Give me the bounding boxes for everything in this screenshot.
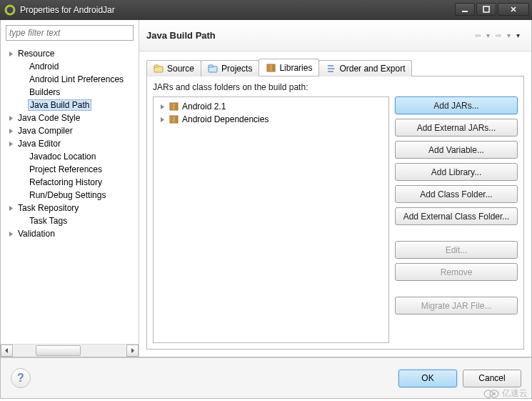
ok-button[interactable]: OK	[398, 370, 457, 387]
tree-item-java-code-style[interactable]: Java Code Style	[1, 112, 139, 124]
expand-icon[interactable]	[158, 115, 166, 124]
expand-icon[interactable]	[6, 204, 15, 212]
tab-icon	[208, 64, 218, 74]
nav-back-menu-icon[interactable]: ▾	[485, 31, 491, 39]
minimize-button[interactable]	[455, 3, 475, 16]
tree-item-run-debug-settings[interactable]: Run/Debug Settings	[1, 189, 139, 202]
build-path-tabs: SourceProjectsLibrariesOrder and Export	[146, 59, 524, 76]
scroll-left-button[interactable]	[1, 345, 13, 357]
tree-item-project-references[interactable]: Project References	[1, 163, 139, 176]
tree-item-label: Android Lint Preferences	[28, 74, 125, 85]
jar-list[interactable]: Android 2.1Android Dependencies	[153, 96, 389, 343]
preferences-tree[interactable]: ResourceAndroidAndroid Lint PreferencesB…	[1, 46, 139, 344]
tree-item-javadoc-location[interactable]: Javadoc Location	[1, 150, 139, 163]
nav-forward-icon[interactable]: ⇨	[494, 31, 503, 39]
library-buttons: Add JARs...Add External JARs...Add Varia…	[395, 96, 518, 343]
add-class-folder-button[interactable]: Add Class Folder...	[395, 185, 518, 203]
jar-entry[interactable]: Android 2.1	[155, 100, 387, 113]
add-external-class-folder-button[interactable]: Add External Class Folder...	[395, 207, 518, 225]
svg-point-1	[9, 9, 12, 12]
tree-item-label: Run/Debug Settings	[28, 189, 107, 201]
tree-item-label: Task Repository	[16, 202, 80, 214]
add-library-button[interactable]: Add Library...	[395, 163, 518, 181]
filter-input[interactable]	[6, 25, 134, 41]
jars-caption: JARs and class folders on the build path…	[153, 82, 518, 92]
library-icon	[168, 114, 179, 124]
sidebar: ResourceAndroidAndroid Lint PreferencesB…	[1, 20, 139, 357]
tree-item-refactoring-history[interactable]: Refactoring History	[1, 176, 139, 189]
tab-source[interactable]: Source	[146, 60, 201, 76]
tree-item-label: Java Editor	[16, 138, 62, 149]
tree-item-java-editor[interactable]: Java Editor	[1, 137, 139, 150]
nav-forward-menu-icon[interactable]: ▾	[506, 31, 512, 39]
tree-item-java-build-path[interactable]: Java Build Path	[1, 99, 139, 112]
remove-button: Remove	[395, 263, 518, 281]
library-icon	[168, 102, 179, 112]
tree-item-builders[interactable]: Builders	[1, 86, 139, 99]
tab-icon	[154, 64, 164, 74]
eclipse-icon	[4, 4, 16, 16]
svg-rect-3	[483, 6, 489, 12]
tree-item-label: Resource	[16, 48, 56, 59]
jar-entry-label: Android Dependencies	[182, 114, 268, 124]
tree-item-label: Refactoring History	[28, 177, 104, 188]
svg-rect-2	[462, 11, 468, 12]
tree-item-label: Android	[28, 61, 60, 72]
tree-item-label: Java Code Style	[16, 112, 81, 124]
edit-button: Edit...	[395, 241, 518, 259]
tree-item-label: Java Build Path	[28, 99, 91, 111]
tab-icon	[326, 64, 336, 74]
dialog-footer: ? OK Cancel	[0, 357, 532, 399]
jar-entry[interactable]: Android Dependencies	[155, 113, 387, 126]
tree-item-android[interactable]: Android	[1, 60, 139, 73]
nav-back-icon[interactable]: ⇦	[473, 31, 482, 39]
tab-label: Source	[167, 64, 194, 74]
tree-item-label: Builders	[28, 86, 61, 98]
expand-icon[interactable]	[6, 127, 15, 135]
tab-label: Order and Export	[339, 64, 405, 74]
maximize-button[interactable]	[476, 3, 496, 16]
add-external-jars-button[interactable]: Add External JARs...	[395, 119, 518, 137]
tab-libraries[interactable]: Libraries	[259, 59, 319, 76]
tree-item-label: Project References	[28, 164, 104, 175]
tree-item-android-lint-preferences[interactable]: Android Lint Preferences	[1, 73, 139, 86]
tree-item-task-tags[interactable]: Task Tags	[1, 214, 139, 227]
add-variable-button[interactable]: Add Variable...	[395, 141, 518, 159]
help-button[interactable]: ?	[11, 368, 31, 388]
tree-item-label: Javadoc Location	[28, 151, 97, 162]
tree-item-resource[interactable]: Resource	[1, 47, 139, 60]
page-title: Java Build Path	[146, 30, 473, 41]
tab-projects[interactable]: Projects	[201, 60, 259, 76]
tab-order-and-export[interactable]: Order and Export	[318, 60, 412, 76]
tree-item-label: Validation	[16, 228, 56, 239]
expand-icon[interactable]	[6, 139, 15, 148]
expand-icon[interactable]	[158, 102, 166, 111]
close-button[interactable]	[498, 3, 529, 16]
cancel-button[interactable]: Cancel	[463, 370, 521, 387]
page-header: Java Build Path ⇦▾ ⇨▾ ▾	[139, 20, 531, 51]
jar-entry-label: Android 2.1	[182, 102, 226, 112]
tree-item-java-compiler[interactable]: Java Compiler	[1, 124, 139, 137]
expand-icon[interactable]	[6, 49, 15, 58]
view-menu-icon[interactable]: ▾	[515, 31, 521, 39]
tab-label: Libraries	[279, 63, 312, 73]
tree-item-task-repository[interactable]: Task Repository	[1, 202, 139, 214]
sidebar-scrollbar[interactable]	[1, 344, 139, 357]
tree-item-validation[interactable]: Validation	[1, 227, 139, 240]
expand-icon[interactable]	[6, 229, 15, 238]
migrate-jar-file-button: Migrate JAR File...	[395, 297, 518, 315]
add-jars-button[interactable]: Add JARs...	[395, 96, 518, 114]
scroll-thumb[interactable]	[36, 345, 81, 356]
window-title: Properties for AndroidJar	[20, 5, 455, 15]
tree-item-label: Java Compiler	[16, 125, 74, 137]
tab-label: Projects	[221, 64, 252, 74]
titlebar: Properties for AndroidJar	[0, 0, 532, 20]
expand-icon[interactable]	[6, 114, 15, 122]
scroll-right-button[interactable]	[126, 345, 139, 357]
tree-item-label: Task Tags	[28, 215, 69, 227]
tab-icon	[266, 63, 276, 73]
